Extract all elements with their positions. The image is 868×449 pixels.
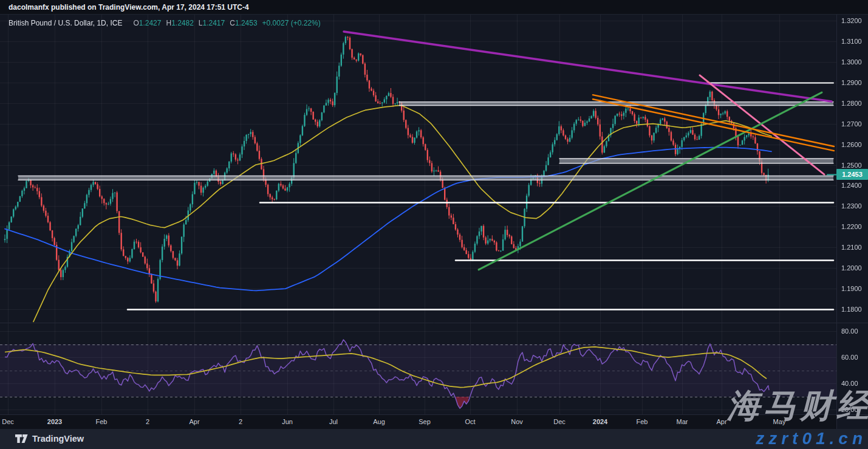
symbol-legend: British Pound / U.S. Dollar, 1D, ICEO1.2… (9, 19, 321, 27)
publisher-bar: dacolmanfx published on TradingView.com,… (0, 0, 868, 15)
price-axis-label: 1.3100 (841, 37, 862, 46)
rsi-axis-label: 20.00 (841, 405, 858, 414)
tradingview-logo-text: TradingView (32, 434, 84, 444)
price-chart-canvas (0, 0, 868, 449)
time-axis-label: Jul (329, 418, 338, 425)
time-axis-label: Jun (282, 418, 293, 425)
chart-window: dacolmanfx published on TradingView.com,… (0, 0, 868, 449)
rsi-axis-label: 60.00 (841, 353, 858, 362)
time-axis-label: Nov (511, 418, 523, 425)
time-axis-label: 2023 (47, 418, 62, 425)
ohlc-high-label: H (166, 19, 171, 27)
time-axis-label: Apr (189, 418, 199, 425)
ohlc-close-label: C (230, 19, 235, 27)
price-axis-label: 1.3200 (841, 16, 862, 25)
time-axis-label: Feb (637, 418, 648, 425)
change-value: +0.0027 (+0.22%) (262, 19, 321, 27)
price-axis-label: 1.2100 (841, 243, 862, 252)
time-axis-label: 2 (239, 418, 242, 425)
ohlc-close-value: 1.2453 (235, 19, 258, 27)
price-axis-label: 1.3000 (841, 58, 862, 66)
bottom-bar (0, 429, 868, 449)
last-price-badge: 1.2453 (836, 169, 868, 180)
time-axis-label: Apr (716, 418, 726, 425)
price-axis-label: 1.2700 (841, 120, 862, 128)
rsi-axis-label: 40.00 (841, 379, 858, 388)
price-axis-label: 1.2300 (841, 202, 862, 210)
time-axis-label: 2024 (593, 418, 607, 425)
time-axis-label: 2 (146, 418, 149, 425)
price-axis-label: 1.1800 (841, 305, 862, 314)
tradingview-logo-link[interactable]: TradingView (15, 434, 84, 444)
symbol-title: British Pound / U.S. Dollar, 1D, ICE (9, 19, 122, 27)
time-axis: Dec2023Feb2Apr2JunJulAugSepOctNovDec2024… (0, 414, 836, 430)
price-axis-label: 1.1900 (841, 284, 862, 293)
time-axis-label: May (773, 418, 786, 425)
ohlc-low-label: L (199, 19, 203, 27)
price-axis-label: 1.2400 (841, 181, 862, 190)
time-axis-label: Feb (96, 418, 108, 425)
publisher-text: dacolmanfx published on TradingView.com,… (9, 3, 249, 12)
ohlc-open-value: 1.2427 (139, 19, 162, 27)
time-axis-label: Mar (677, 418, 688, 425)
time-axis-label: Sep (419, 418, 431, 425)
time-axis-label: Dec (2, 418, 14, 425)
price-axis-label: 1.2600 (841, 140, 862, 149)
price-axis-label: 1.2800 (841, 99, 862, 108)
price-axis: 1.32001.31001.30001.29001.28001.27001.26… (837, 15, 868, 429)
time-axis-label: Oct (465, 418, 475, 425)
price-axis-label: 1.2200 (841, 222, 862, 231)
price-axis-label: 1.2000 (841, 264, 862, 272)
ohlc-open-label: O (133, 19, 138, 27)
ohlc-high-value: 1.2482 (171, 19, 194, 27)
ohlc-low-value: 1.2417 (203, 19, 225, 27)
time-axis-label: Dec (553, 418, 566, 425)
price-axis-label: 1.2900 (841, 78, 862, 87)
tradingview-logo-icon (15, 434, 28, 443)
time-axis-label: Aug (373, 418, 385, 425)
rsi-axis-label: 80.00 (841, 327, 858, 335)
price-axis-label: 1.2500 (841, 161, 862, 170)
